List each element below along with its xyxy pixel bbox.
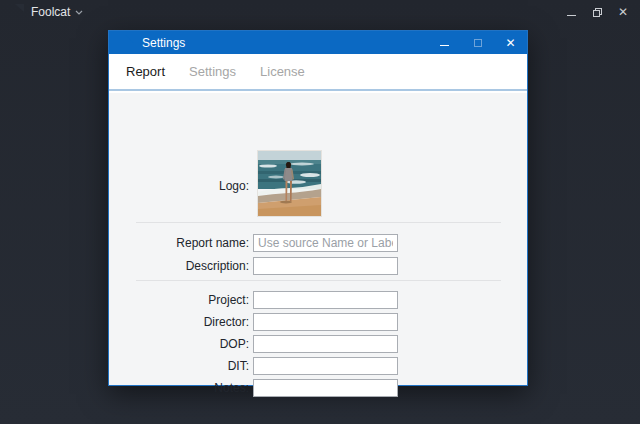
window-minimize-button[interactable] <box>558 0 584 24</box>
app-window: { "window": { "title": "Foolcat", "icon"… <box>0 0 640 424</box>
dialog-titlebar[interactable]: Settings ✕ <box>109 31 527 54</box>
restore-icon <box>593 8 602 17</box>
project-input[interactable] <box>253 291 398 309</box>
minimize-icon <box>440 45 449 46</box>
report-name-input[interactable] <box>253 234 398 252</box>
maximize-icon <box>474 39 482 47</box>
logo-image[interactable] <box>258 151 321 216</box>
tab-settings[interactable]: Settings <box>189 64 236 79</box>
dialog-controls: ✕ <box>428 31 527 54</box>
dialog-close-button[interactable]: ✕ <box>494 31 527 54</box>
report-name-label: Report name: <box>109 234 249 252</box>
color-wheel-notch <box>15 4 24 12</box>
logo-label: Logo: <box>109 179 249 193</box>
app-logo-icon <box>9 5 23 19</box>
separator <box>136 280 501 281</box>
tab-license[interactable]: License <box>260 64 305 79</box>
chevron-down-icon[interactable] <box>75 8 83 16</box>
settings-dialog: Settings ✕ Report Settings License Logo: <box>108 30 528 386</box>
description-input[interactable] <box>253 257 398 275</box>
dialog-title: Settings <box>142 36 185 50</box>
dialog-logo-icon <box>120 36 133 49</box>
window-restore-button[interactable] <box>584 0 610 24</box>
dit-input[interactable] <box>253 357 398 375</box>
separator <box>136 222 501 223</box>
window-close-button[interactable]: ✕ <box>610 0 636 24</box>
dit-label: DIT: <box>109 357 249 375</box>
project-label: Project: <box>109 291 249 309</box>
window-title: Foolcat <box>31 5 70 19</box>
tab-report[interactable]: Report <box>126 64 165 79</box>
dialog-maximize-button <box>461 31 494 54</box>
director-input[interactable] <box>253 313 398 331</box>
window-controls: ✕ <box>558 0 636 24</box>
dop-input[interactable] <box>253 335 398 353</box>
dialog-tabbar: Report Settings License <box>109 54 527 91</box>
window-titlebar[interactable]: Foolcat <box>0 0 640 24</box>
director-label: Director: <box>109 313 249 331</box>
dop-label: DOP: <box>109 335 249 353</box>
close-icon: ✕ <box>505 37 515 49</box>
minimize-icon <box>567 15 576 16</box>
notes-input[interactable] <box>253 379 398 397</box>
description-label: Description: <box>109 257 249 275</box>
notes-label: Notes: <box>109 379 249 397</box>
color-wheel-notch <box>125 35 134 43</box>
report-tab-panel: Logo: <box>109 93 527 385</box>
dialog-minimize-button[interactable] <box>428 31 461 54</box>
close-icon: ✕ <box>618 6 628 18</box>
